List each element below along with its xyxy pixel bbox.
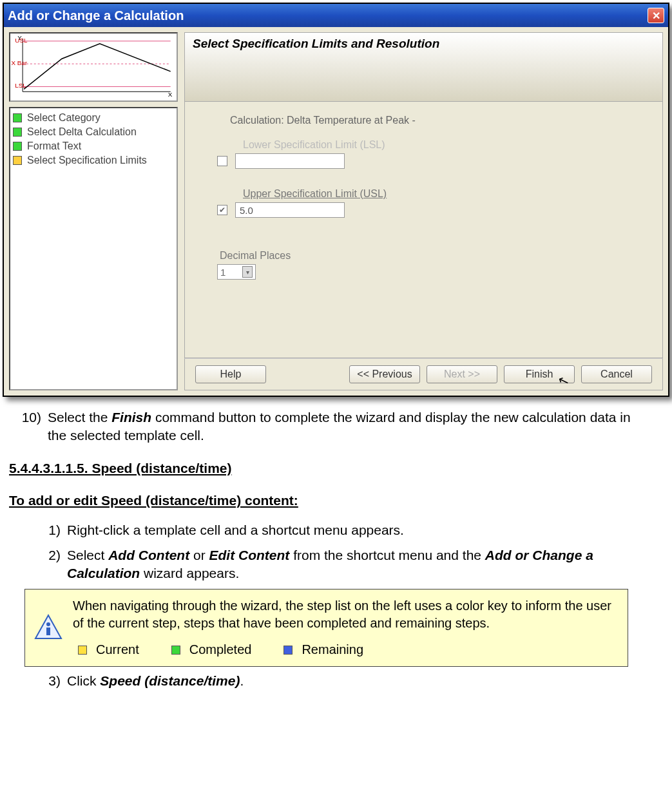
legend-label: Completed: [189, 641, 252, 658]
panel-title: Select Specification Limits and Resoluti…: [184, 32, 663, 102]
button-bar: Help << Previous Next >> Finish Cancel ↖: [184, 358, 663, 390]
help-button[interactable]: Help: [195, 365, 266, 383]
step-item[interactable]: Select Specification Limits: [13, 153, 174, 168]
decimal-value: 1: [220, 267, 226, 278]
step-item[interactable]: Select Category: [13, 111, 174, 125]
svg-point-11: [46, 622, 50, 626]
info-icon: [34, 614, 62, 642]
step-status-icon: [13, 142, 22, 151]
decimal-label: Decimal Places: [220, 250, 637, 262]
step-label: Format Text: [27, 140, 81, 152]
document-body: 10) Select the Finish command button to …: [0, 399, 672, 710]
titlebar: Add or Change a Calculation ✕: [4, 4, 668, 27]
legend: Current Completed Remaining: [78, 641, 619, 658]
section-heading: 5.4.4.3.1.1.5. Speed (distance/time): [9, 459, 644, 477]
lsl-input[interactable]: [235, 153, 345, 169]
step-status-icon: [13, 128, 22, 137]
legend-label: Current: [96, 641, 139, 658]
list-number: 1): [9, 521, 63, 539]
step-status-icon: [13, 156, 22, 165]
calculation-label: Calculation: Delta Temperature at Peak -: [230, 115, 637, 126]
close-button[interactable]: ✕: [648, 8, 664, 23]
list-text: Select Add Content or Edit Content from …: [63, 546, 644, 583]
note-text: When navigating through the wizard, the …: [73, 597, 619, 632]
list-text: Click Speed (distance/time).: [63, 672, 644, 690]
lsl-checkbox[interactable]: [217, 156, 227, 166]
svg-rect-12: [46, 628, 50, 635]
note-box: When navigating through the wizard, the …: [24, 589, 628, 667]
wizard-dialog: Add or Change a Calculation ✕ USL X Bar …: [3, 3, 669, 397]
legend-remaining-icon: [283, 646, 293, 655]
list-text: Right-click a template cell and a shortc…: [63, 521, 644, 539]
step-label: Select Delta Calculation: [27, 126, 137, 138]
legend-completed-icon: [171, 646, 180, 655]
dialog-title: Add or Change a Calculation: [8, 8, 184, 23]
list-number: 3): [9, 672, 63, 690]
usl-checkbox[interactable]: ✔: [217, 205, 227, 215]
subsection-heading: To add or edit Speed (distance/time) con…: [9, 492, 644, 510]
svg-text:X Bar: X Bar: [11, 59, 27, 66]
list-number: 10): [9, 408, 44, 445]
preview-chart: USL X Bar LSL Y X: [9, 32, 178, 102]
step-item[interactable]: Format Text: [13, 139, 174, 153]
previous-button[interactable]: << Previous: [349, 365, 420, 383]
step-label: Select Category: [27, 112, 101, 124]
svg-text:Y: Y: [17, 34, 22, 41]
svg-text:X: X: [168, 91, 173, 98]
step-status-icon: [13, 113, 22, 122]
close-icon: ✕: [652, 10, 660, 22]
panel-body: Calculation: Delta Temperature at Peak -…: [184, 102, 663, 358]
list-number: 2): [9, 546, 63, 583]
step-item[interactable]: Select Delta Calculation: [13, 125, 174, 139]
list-text: Select the Finish command button to comp…: [44, 408, 644, 445]
decimal-dropdown[interactable]: 1 ▾: [217, 264, 256, 280]
next-button: Next >>: [427, 365, 497, 383]
usl-label: Upper Specification Limit (USL): [243, 188, 637, 200]
legend-label: Remaining: [302, 641, 363, 658]
steps-list: Select Category Select Delta Calculation…: [9, 107, 178, 390]
cancel-button[interactable]: Cancel: [581, 365, 652, 383]
step-label: Select Specification Limits: [27, 155, 147, 166]
legend-current-icon: [78, 646, 87, 655]
lsl-label: Lower Specification Limit (LSL): [243, 139, 637, 151]
usl-input[interactable]: 5.0: [235, 202, 345, 218]
chevron-down-icon: ▾: [242, 266, 253, 278]
